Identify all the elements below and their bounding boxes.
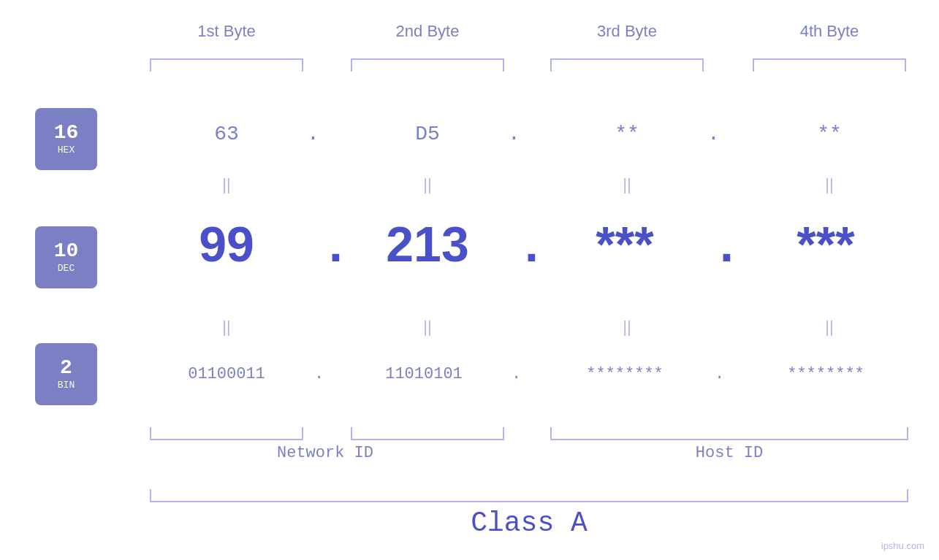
host-id-label: Host ID	[550, 444, 908, 462]
hex-sep-3: .	[707, 123, 720, 145]
bracket-bottom-col1	[150, 427, 303, 440]
main-container: 1st Byte 2nd Byte 3rd Byte 4th Byte 16 H…	[0, 0, 939, 560]
dec-val-3: ***	[533, 215, 716, 272]
bracket-top-col3	[550, 58, 704, 72]
class-a-label: Class A	[150, 507, 908, 539]
col1-header: 1st Byte	[150, 22, 303, 41]
dec-val-1: 99	[135, 215, 318, 272]
eq4-hex-dec: ||	[753, 175, 906, 194]
eq3-dec-bin: ||	[550, 318, 704, 337]
bin-sep-2: .	[512, 365, 521, 383]
hex-badge: 16 HEX	[35, 108, 97, 170]
hex-base-number: 16	[54, 123, 79, 143]
col3-header: 3rd Byte	[550, 22, 704, 41]
eq1-dec-bin: ||	[150, 318, 303, 337]
bin-val-4: ********	[742, 365, 910, 383]
hex-sep-1: .	[307, 123, 319, 145]
bin-sep-1: .	[314, 365, 324, 383]
eq1-hex-dec: ||	[150, 175, 303, 194]
bin-val-3: ********	[541, 365, 709, 383]
bin-val-1: 01100011	[142, 365, 311, 383]
eq2-dec-bin: ||	[351, 318, 504, 337]
dec-base-number: 10	[54, 241, 79, 261]
watermark: ipshu.com	[881, 540, 924, 551]
dec-val-4: ***	[731, 215, 921, 272]
network-id-label: Network ID	[150, 444, 501, 462]
bin-base-number: 2	[60, 358, 72, 378]
hex-val-3: **	[550, 123, 704, 145]
hex-base-label: HEX	[58, 145, 75, 156]
bracket-bottom-col2	[351, 427, 504, 440]
bracket-top-col2	[351, 58, 504, 72]
hex-val-2: D5	[351, 123, 504, 145]
eq3-hex-dec: ||	[550, 175, 704, 194]
bracket-top-col1	[150, 58, 303, 72]
bracket-bottom-full	[150, 489, 908, 502]
hex-val-1: 63	[150, 123, 303, 145]
bracket-top-col4	[753, 58, 906, 72]
col4-header: 4th Byte	[753, 22, 906, 41]
bracket-bottom-host	[550, 427, 908, 440]
hex-val-4: **	[753, 123, 906, 145]
eq4-dec-bin: ||	[753, 318, 906, 337]
hex-sep-2: .	[508, 123, 520, 145]
bin-sep-3: .	[715, 365, 724, 383]
bin-base-label: BIN	[58, 380, 75, 391]
dec-val-2: 213	[336, 215, 519, 272]
eq2-hex-dec: ||	[351, 175, 504, 194]
bin-val-2: 11010101	[340, 365, 508, 383]
dec-base-label: DEC	[58, 263, 75, 274]
col2-header: 2nd Byte	[351, 22, 504, 41]
dec-badge: 10 DEC	[35, 226, 97, 288]
bin-badge: 2 BIN	[35, 343, 97, 405]
